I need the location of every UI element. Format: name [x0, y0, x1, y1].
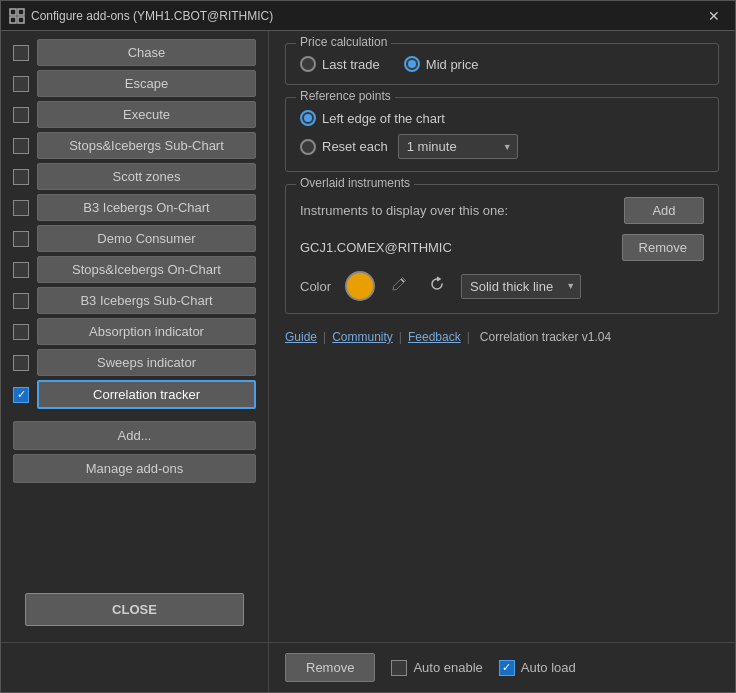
radio-circle-left-edge: [300, 110, 316, 126]
color-row: Color: [300, 271, 704, 301]
checkbox-correlation-tracker[interactable]: [13, 387, 29, 403]
window: Configure add-ons (YMH1.CBOT@RITHMIC) ✕ …: [0, 0, 736, 693]
addon-row-escape: Escape: [13, 70, 256, 97]
bottom-right-area: Remove Auto enable Auto load: [269, 653, 735, 682]
addon-btn-chase[interactable]: Chase: [37, 39, 256, 66]
bottom-remove-button[interactable]: Remove: [285, 653, 375, 682]
instrument-name: GCJ1.COMEX@RITHMIC: [300, 240, 452, 255]
close-window-button[interactable]: ✕: [701, 5, 727, 27]
last-trade-label: Last trade: [322, 57, 380, 72]
radio-circle-reset-each: [300, 139, 316, 155]
radio-mid-price[interactable]: Mid price: [404, 56, 479, 72]
addon-row-stops-icebergs-subchart: Stops&Icebergs Sub-Chart: [13, 132, 256, 159]
remove-instrument-button[interactable]: Remove: [622, 234, 704, 261]
checkbox-b3-icebergs-subchart[interactable]: [13, 293, 29, 309]
left-panel: Chase Escape Execute Stops&Icebergs Sub-…: [1, 31, 269, 642]
radio-circle-mid-price: [404, 56, 420, 72]
main-wrapper: Chase Escape Execute Stops&Icebergs Sub-…: [1, 31, 735, 692]
auto-load-checkbox[interactable]: [499, 660, 515, 676]
bottom-left-area: [1, 643, 269, 692]
checkbox-escape[interactable]: [13, 76, 29, 92]
radio-circle-last-trade: [300, 56, 316, 72]
feedback-link[interactable]: Feedback: [408, 330, 461, 344]
svg-rect-3: [18, 17, 24, 23]
addon-btn-demo-consumer[interactable]: Demo Consumer: [37, 225, 256, 252]
auto-load-label: Auto load: [521, 660, 576, 675]
reference-points-section: Reference points Left edge of the chart …: [285, 97, 719, 172]
reset-each-label: Reset each: [322, 139, 388, 154]
checkbox-demo-consumer[interactable]: [13, 231, 29, 247]
auto-enable-label: Auto enable: [413, 660, 482, 675]
auto-enable-item[interactable]: Auto enable: [391, 660, 482, 676]
add-instrument-button[interactable]: Add: [624, 197, 704, 224]
reset-color-icon-button[interactable]: [423, 272, 451, 300]
reset-dropdown-wrap: 1 minute 5 minutes 15 minutes 30 minutes…: [398, 134, 518, 159]
version-label: Correlation tracker v1.04: [480, 330, 611, 344]
addon-row-chase: Chase: [13, 39, 256, 66]
reset-row: Reset each 1 minute 5 minutes 15 minutes…: [300, 134, 704, 159]
close-button[interactable]: CLOSE: [25, 593, 244, 626]
instrument-row: GCJ1.COMEX@RITHMIC Remove: [300, 234, 704, 261]
left-edge-label: Left edge of the chart: [322, 111, 445, 126]
svg-rect-2: [10, 17, 16, 23]
community-link[interactable]: Community: [332, 330, 393, 344]
checkbox-scott-zones[interactable]: [13, 169, 29, 185]
right-panel: Price calculation Last trade Mid price: [269, 31, 735, 642]
guide-link[interactable]: Guide: [285, 330, 317, 344]
instruments-header: Instruments to display over this one: Ad…: [300, 197, 704, 224]
color-label: Color: [300, 279, 331, 294]
addon-btn-execute[interactable]: Execute: [37, 101, 256, 128]
addon-row-absorption-indicator: Absorption indicator: [13, 318, 256, 345]
line-style-dropdown[interactable]: Solid thick line Solid thin line Dashed …: [461, 274, 581, 299]
addon-row-demo-consumer: Demo Consumer: [13, 225, 256, 252]
footer-links: Guide | Community | Feedback | Correlati…: [285, 330, 719, 344]
manage-addons-button[interactable]: Manage add-ons: [13, 454, 256, 483]
checkbox-chase[interactable]: [13, 45, 29, 61]
pencil-icon-button[interactable]: [385, 272, 413, 300]
addon-btn-correlation-tracker[interactable]: Correlation tracker: [37, 380, 256, 409]
overlaid-instruments-section: Overlaid instruments Instruments to disp…: [285, 184, 719, 314]
radio-last-trade[interactable]: Last trade: [300, 56, 380, 72]
checkbox-b3-icebergs-onchart[interactable]: [13, 200, 29, 216]
addon-btn-b3-icebergs-subchart[interactable]: B3 Icebergs Sub-Chart: [37, 287, 256, 314]
checkbox-sweeps-indicator[interactable]: [13, 355, 29, 371]
addon-btn-absorption-indicator[interactable]: Absorption indicator: [37, 318, 256, 345]
app-icon: [9, 8, 25, 24]
color-picker-circle[interactable]: [345, 271, 375, 301]
overlaid-instruments-label: Overlaid instruments: [296, 176, 414, 190]
add-addon-button[interactable]: Add...: [13, 421, 256, 450]
addon-btn-escape[interactable]: Escape: [37, 70, 256, 97]
line-style-dropdown-wrap: Solid thick line Solid thin line Dashed …: [461, 274, 581, 299]
addon-row-scott-zones: Scott zones: [13, 163, 256, 190]
addon-row-execute: Execute: [13, 101, 256, 128]
titlebar: Configure add-ons (YMH1.CBOT@RITHMIC) ✕: [1, 1, 735, 31]
addon-btn-b3-icebergs-onchart[interactable]: B3 Icebergs On-Chart: [37, 194, 256, 221]
radio-reset-each[interactable]: Reset each: [300, 139, 388, 155]
content-area: Chase Escape Execute Stops&Icebergs Sub-…: [1, 31, 735, 642]
addon-row-sweeps-indicator: Sweeps indicator: [13, 349, 256, 376]
checkbox-absorption-indicator[interactable]: [13, 324, 29, 340]
checkbox-stops-icebergs-onchart[interactable]: [13, 262, 29, 278]
checkbox-stops-icebergs-subchart[interactable]: [13, 138, 29, 154]
price-calculation-section: Price calculation Last trade Mid price: [285, 43, 719, 85]
addon-row-b3-icebergs-subchart: B3 Icebergs Sub-Chart: [13, 287, 256, 314]
price-calculation-label: Price calculation: [296, 35, 391, 49]
addon-row-correlation-tracker: Correlation tracker: [13, 380, 256, 409]
price-calculation-options: Last trade Mid price: [300, 56, 704, 72]
addon-btn-stops-icebergs-subchart[interactable]: Stops&Icebergs Sub-Chart: [37, 132, 256, 159]
window-title: Configure add-ons (YMH1.CBOT@RITHMIC): [31, 9, 701, 23]
checkbox-execute[interactable]: [13, 107, 29, 123]
mid-price-label: Mid price: [426, 57, 479, 72]
radio-left-edge[interactable]: Left edge of the chart: [300, 110, 704, 126]
addon-btn-sweeps-indicator[interactable]: Sweeps indicator: [37, 349, 256, 376]
auto-load-item[interactable]: Auto load: [499, 660, 576, 676]
reset-each-dropdown[interactable]: 1 minute 5 minutes 15 minutes 30 minutes…: [398, 134, 518, 159]
svg-rect-0: [10, 9, 16, 15]
reference-points-label: Reference points: [296, 89, 395, 103]
addon-row-b3-icebergs-onchart: B3 Icebergs On-Chart: [13, 194, 256, 221]
auto-enable-checkbox[interactable]: [391, 660, 407, 676]
addon-btn-scott-zones[interactable]: Scott zones: [37, 163, 256, 190]
addon-btn-stops-icebergs-onchart[interactable]: Stops&Icebergs On-Chart: [37, 256, 256, 283]
instruments-display-label: Instruments to display over this one:: [300, 203, 508, 218]
svg-rect-1: [18, 9, 24, 15]
